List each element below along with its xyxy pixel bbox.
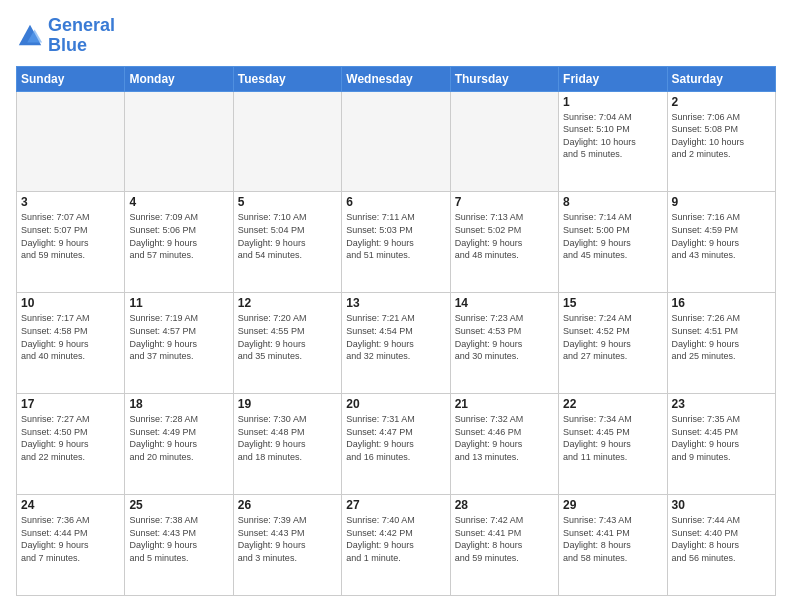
- day-number: 27: [346, 498, 445, 512]
- day-number: 29: [563, 498, 662, 512]
- calendar-cell: 18Sunrise: 7:28 AM Sunset: 4:49 PM Dayli…: [125, 394, 233, 495]
- calendar-cell: 30Sunrise: 7:44 AM Sunset: 4:40 PM Dayli…: [667, 495, 775, 596]
- day-number: 1: [563, 95, 662, 109]
- calendar-cell: 14Sunrise: 7:23 AM Sunset: 4:53 PM Dayli…: [450, 293, 558, 394]
- day-info: Sunrise: 7:40 AM Sunset: 4:42 PM Dayligh…: [346, 514, 445, 564]
- day-number: 20: [346, 397, 445, 411]
- day-info: Sunrise: 7:09 AM Sunset: 5:06 PM Dayligh…: [129, 211, 228, 261]
- calendar-cell: 20Sunrise: 7:31 AM Sunset: 4:47 PM Dayli…: [342, 394, 450, 495]
- day-number: 24: [21, 498, 120, 512]
- day-number: 14: [455, 296, 554, 310]
- calendar-week: 24Sunrise: 7:36 AM Sunset: 4:44 PM Dayli…: [17, 495, 776, 596]
- weekday-header: Tuesday: [233, 66, 341, 91]
- weekday-header: Saturday: [667, 66, 775, 91]
- day-number: 25: [129, 498, 228, 512]
- day-number: 22: [563, 397, 662, 411]
- calendar-cell: 19Sunrise: 7:30 AM Sunset: 4:48 PM Dayli…: [233, 394, 341, 495]
- calendar-cell: 6Sunrise: 7:11 AM Sunset: 5:03 PM Daylig…: [342, 192, 450, 293]
- day-info: Sunrise: 7:24 AM Sunset: 4:52 PM Dayligh…: [563, 312, 662, 362]
- day-info: Sunrise: 7:31 AM Sunset: 4:47 PM Dayligh…: [346, 413, 445, 463]
- day-number: 9: [672, 195, 771, 209]
- calendar-cell: 2Sunrise: 7:06 AM Sunset: 5:08 PM Daylig…: [667, 91, 775, 192]
- calendar-header: SundayMondayTuesdayWednesdayThursdayFrid…: [17, 66, 776, 91]
- calendar-cell: 1Sunrise: 7:04 AM Sunset: 5:10 PM Daylig…: [559, 91, 667, 192]
- calendar-cell: [342, 91, 450, 192]
- calendar-week: 10Sunrise: 7:17 AM Sunset: 4:58 PM Dayli…: [17, 293, 776, 394]
- calendar-cell: [450, 91, 558, 192]
- day-number: 19: [238, 397, 337, 411]
- day-info: Sunrise: 7:07 AM Sunset: 5:07 PM Dayligh…: [21, 211, 120, 261]
- day-info: Sunrise: 7:21 AM Sunset: 4:54 PM Dayligh…: [346, 312, 445, 362]
- weekday-header: Monday: [125, 66, 233, 91]
- day-info: Sunrise: 7:44 AM Sunset: 4:40 PM Dayligh…: [672, 514, 771, 564]
- day-info: Sunrise: 7:13 AM Sunset: 5:02 PM Dayligh…: [455, 211, 554, 261]
- calendar-cell: 10Sunrise: 7:17 AM Sunset: 4:58 PM Dayli…: [17, 293, 125, 394]
- calendar-cell: 5Sunrise: 7:10 AM Sunset: 5:04 PM Daylig…: [233, 192, 341, 293]
- calendar-cell: 22Sunrise: 7:34 AM Sunset: 4:45 PM Dayli…: [559, 394, 667, 495]
- logo: General Blue: [16, 16, 115, 56]
- calendar-cell: 23Sunrise: 7:35 AM Sunset: 4:45 PM Dayli…: [667, 394, 775, 495]
- page: General Blue SundayMondayTuesdayWednesda…: [0, 0, 792, 612]
- day-number: 3: [21, 195, 120, 209]
- day-info: Sunrise: 7:35 AM Sunset: 4:45 PM Dayligh…: [672, 413, 771, 463]
- calendar-week: 3Sunrise: 7:07 AM Sunset: 5:07 PM Daylig…: [17, 192, 776, 293]
- day-number: 5: [238, 195, 337, 209]
- calendar-cell: 25Sunrise: 7:38 AM Sunset: 4:43 PM Dayli…: [125, 495, 233, 596]
- calendar-cell: 4Sunrise: 7:09 AM Sunset: 5:06 PM Daylig…: [125, 192, 233, 293]
- day-info: Sunrise: 7:14 AM Sunset: 5:00 PM Dayligh…: [563, 211, 662, 261]
- day-number: 16: [672, 296, 771, 310]
- calendar-cell: 26Sunrise: 7:39 AM Sunset: 4:43 PM Dayli…: [233, 495, 341, 596]
- day-info: Sunrise: 7:27 AM Sunset: 4:50 PM Dayligh…: [21, 413, 120, 463]
- day-info: Sunrise: 7:16 AM Sunset: 4:59 PM Dayligh…: [672, 211, 771, 261]
- day-number: 8: [563, 195, 662, 209]
- day-info: Sunrise: 7:20 AM Sunset: 4:55 PM Dayligh…: [238, 312, 337, 362]
- calendar-cell: 15Sunrise: 7:24 AM Sunset: 4:52 PM Dayli…: [559, 293, 667, 394]
- calendar-cell: 29Sunrise: 7:43 AM Sunset: 4:41 PM Dayli…: [559, 495, 667, 596]
- day-info: Sunrise: 7:38 AM Sunset: 4:43 PM Dayligh…: [129, 514, 228, 564]
- day-number: 21: [455, 397, 554, 411]
- day-number: 7: [455, 195, 554, 209]
- day-number: 12: [238, 296, 337, 310]
- day-number: 26: [238, 498, 337, 512]
- day-number: 2: [672, 95, 771, 109]
- day-info: Sunrise: 7:06 AM Sunset: 5:08 PM Dayligh…: [672, 111, 771, 161]
- day-number: 28: [455, 498, 554, 512]
- calendar-cell: [125, 91, 233, 192]
- day-number: 6: [346, 195, 445, 209]
- day-number: 23: [672, 397, 771, 411]
- day-info: Sunrise: 7:34 AM Sunset: 4:45 PM Dayligh…: [563, 413, 662, 463]
- day-info: Sunrise: 7:26 AM Sunset: 4:51 PM Dayligh…: [672, 312, 771, 362]
- day-info: Sunrise: 7:23 AM Sunset: 4:53 PM Dayligh…: [455, 312, 554, 362]
- calendar-cell: 7Sunrise: 7:13 AM Sunset: 5:02 PM Daylig…: [450, 192, 558, 293]
- calendar-cell: 3Sunrise: 7:07 AM Sunset: 5:07 PM Daylig…: [17, 192, 125, 293]
- day-info: Sunrise: 7:39 AM Sunset: 4:43 PM Dayligh…: [238, 514, 337, 564]
- day-number: 10: [21, 296, 120, 310]
- day-info: Sunrise: 7:43 AM Sunset: 4:41 PM Dayligh…: [563, 514, 662, 564]
- day-info: Sunrise: 7:42 AM Sunset: 4:41 PM Dayligh…: [455, 514, 554, 564]
- calendar-cell: 13Sunrise: 7:21 AM Sunset: 4:54 PM Dayli…: [342, 293, 450, 394]
- day-info: Sunrise: 7:32 AM Sunset: 4:46 PM Dayligh…: [455, 413, 554, 463]
- header: General Blue: [16, 16, 776, 56]
- day-info: Sunrise: 7:19 AM Sunset: 4:57 PM Dayligh…: [129, 312, 228, 362]
- calendar-cell: [233, 91, 341, 192]
- weekday-header: Thursday: [450, 66, 558, 91]
- calendar-cell: 9Sunrise: 7:16 AM Sunset: 4:59 PM Daylig…: [667, 192, 775, 293]
- logo-icon: [16, 22, 44, 50]
- calendar-cell: 21Sunrise: 7:32 AM Sunset: 4:46 PM Dayli…: [450, 394, 558, 495]
- day-number: 15: [563, 296, 662, 310]
- weekday-header: Friday: [559, 66, 667, 91]
- day-info: Sunrise: 7:04 AM Sunset: 5:10 PM Dayligh…: [563, 111, 662, 161]
- calendar-body: 1Sunrise: 7:04 AM Sunset: 5:10 PM Daylig…: [17, 91, 776, 595]
- day-number: 30: [672, 498, 771, 512]
- day-number: 13: [346, 296, 445, 310]
- day-info: Sunrise: 7:11 AM Sunset: 5:03 PM Dayligh…: [346, 211, 445, 261]
- day-info: Sunrise: 7:28 AM Sunset: 4:49 PM Dayligh…: [129, 413, 228, 463]
- weekday-header: Wednesday: [342, 66, 450, 91]
- calendar-cell: 16Sunrise: 7:26 AM Sunset: 4:51 PM Dayli…: [667, 293, 775, 394]
- calendar-table: SundayMondayTuesdayWednesdayThursdayFrid…: [16, 66, 776, 596]
- calendar-week: 1Sunrise: 7:04 AM Sunset: 5:10 PM Daylig…: [17, 91, 776, 192]
- calendar-cell: 27Sunrise: 7:40 AM Sunset: 4:42 PM Dayli…: [342, 495, 450, 596]
- calendar-cell: 24Sunrise: 7:36 AM Sunset: 4:44 PM Dayli…: [17, 495, 125, 596]
- calendar-cell: 8Sunrise: 7:14 AM Sunset: 5:00 PM Daylig…: [559, 192, 667, 293]
- day-info: Sunrise: 7:10 AM Sunset: 5:04 PM Dayligh…: [238, 211, 337, 261]
